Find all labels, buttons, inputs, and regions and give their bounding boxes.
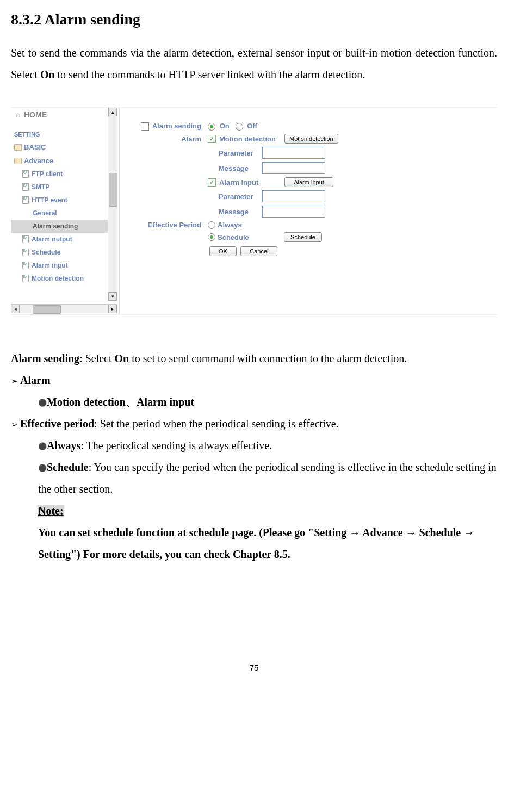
section-heading: 8.3.2 Alarm sending <box>11 11 497 28</box>
horizontal-scrollbar[interactable]: ◂ ▸ <box>11 304 117 313</box>
nav-http[interactable]: HTTP event <box>11 194 117 207</box>
scroll-thumb[interactable] <box>109 173 117 207</box>
alarm-sending-off-label: Off <box>247 122 257 130</box>
parameter-label-2: Parameter <box>208 193 262 201</box>
nav-setting-header: SETTING <box>11 128 117 140</box>
alarm-input-button[interactable]: Alarm input <box>284 177 333 187</box>
parameter-label: Parameter <box>208 149 262 157</box>
ok-button[interactable]: OK <box>209 246 237 256</box>
radio-schedule[interactable] <box>208 233 215 241</box>
note-text: You can set schedule function at schedul… <box>38 526 474 560</box>
alarm-label: Alarm <box>136 135 208 143</box>
motion-detection-label: Motion detection <box>219 135 284 143</box>
motion-detection-button[interactable]: Motion detection <box>284 134 338 144</box>
vertical-scrollbar[interactable]: ▴ ▾ <box>108 108 117 301</box>
page-icon <box>22 170 29 178</box>
note-label: Note: <box>38 505 64 517</box>
nav-advance[interactable]: Advance <box>11 154 117 168</box>
motion-message-input[interactable] <box>262 162 325 174</box>
cancel-button[interactable]: Cancel <box>240 246 277 256</box>
page-number: 75 <box>11 663 497 672</box>
page-icon <box>22 275 29 282</box>
nav-alarm-input[interactable]: Alarm input <box>11 259 117 272</box>
page-icon <box>22 196 29 204</box>
radio-on[interactable] <box>208 123 215 131</box>
nav-general[interactable]: General <box>11 207 117 220</box>
alarm-input-checkbox[interactable]: ✓ <box>208 178 216 187</box>
motion-parameter-input[interactable] <box>262 147 325 159</box>
page-icon <box>22 235 29 243</box>
alarm-parameter-input[interactable] <box>262 190 325 202</box>
message-label-2: Message <box>208 208 262 216</box>
nav-ftp[interactable]: FTP client <box>11 168 117 181</box>
message-label: Message <box>208 164 262 172</box>
scroll-left-icon[interactable]: ◂ <box>11 305 20 313</box>
nav-smtp[interactable]: SMTP <box>11 181 117 194</box>
scroll-thumb[interactable] <box>33 305 61 314</box>
sidebar: HOME SETTING BASIC Advance FTP client SM… <box>11 108 117 314</box>
page-icon <box>22 262 29 269</box>
radio-always[interactable] <box>208 221 215 229</box>
scroll-right-icon[interactable]: ▸ <box>108 305 117 313</box>
radio-off[interactable] <box>236 123 243 131</box>
alarm-input-label: Alarm input <box>219 178 284 187</box>
nav-motion-detection[interactable]: Motion detection <box>11 272 117 285</box>
always-label: Always <box>218 221 242 229</box>
nav-alarm-output[interactable]: Alarm output <box>11 233 117 246</box>
page-icon <box>22 249 29 256</box>
alarm-sending-label: ✓Alarm sending <box>136 122 208 131</box>
nav-alarm-sending[interactable]: Alarm sending <box>11 220 117 233</box>
section-checkbox: ✓ <box>141 122 149 131</box>
scroll-up-icon[interactable]: ▴ <box>108 108 117 116</box>
intro-paragraph: Set to send the commands via the alarm d… <box>11 42 497 85</box>
folder-icon <box>14 157 22 165</box>
settings-screenshot: HOME SETTING BASIC Advance FTP client SM… <box>11 107 497 315</box>
schedule-label: Schedule <box>218 233 284 241</box>
scroll-down-icon[interactable]: ▾ <box>108 292 117 301</box>
nav-home[interactable]: HOME <box>11 108 117 122</box>
description-block: Alarm sending: Select On to set to send … <box>11 348 497 565</box>
folder-icon <box>14 144 22 151</box>
alarm-sending-on-label: On <box>220 122 230 130</box>
nav-basic[interactable]: BASIC <box>11 140 117 154</box>
page-icon <box>22 183 29 191</box>
motion-detection-checkbox[interactable]: ✓ <box>208 135 216 143</box>
effective-period-label: Effective Period <box>136 221 208 229</box>
alarm-message-input[interactable] <box>262 206 325 218</box>
nav-schedule[interactable]: Schedule <box>11 246 117 259</box>
settings-panel: ✓Alarm sending On Off Alarm ✓ Motion det… <box>119 108 497 314</box>
home-icon <box>14 111 22 119</box>
schedule-button[interactable]: Schedule <box>284 232 322 242</box>
